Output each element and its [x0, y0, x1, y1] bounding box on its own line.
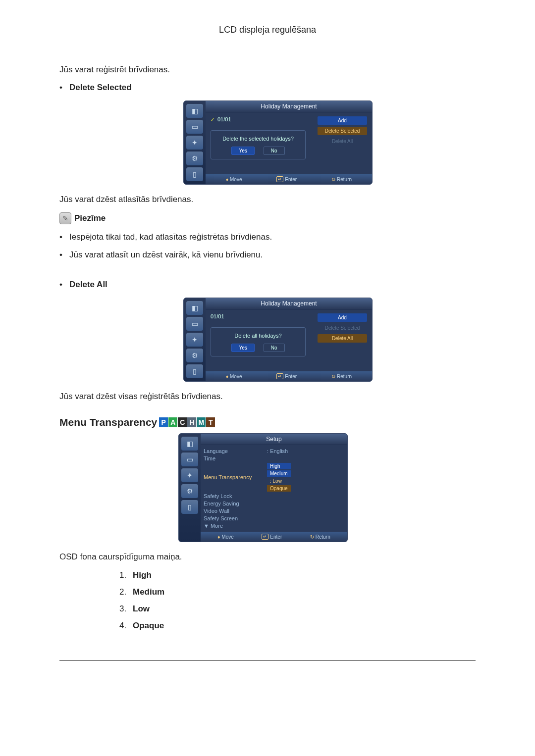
confirm-dialog: Delete the selected holidays? Yes No	[211, 130, 306, 159]
holiday-date-row: ✓ 01/01	[211, 116, 313, 122]
delete-selected-label: Delete Selected	[69, 83, 132, 93]
holiday-date-row: 01/01	[211, 313, 313, 319]
badge-c-icon: C	[178, 417, 187, 427]
dialog-yes-button[interactable]: Yes	[231, 344, 254, 352]
delete-selected-after-text: Jūs varat dzēst atlasītās brīvdienas.	[59, 195, 476, 204]
move-arrows-icon: ♦	[217, 534, 220, 540]
list-item-medium: Medium	[133, 587, 164, 597]
holiday-date: 01/01	[217, 116, 231, 122]
osd-icon-5: ▯	[186, 167, 203, 181]
bullet-dot-icon: •	[59, 232, 69, 242]
osd-icon-4: ⚙	[186, 151, 203, 165]
osd-icon-3: ✦	[186, 136, 203, 150]
osd-icon-4: ⚙	[181, 484, 198, 498]
delete-all-button[interactable]: Delete All	[318, 334, 367, 343]
osd-side-icons: ◧ ▭ ✦ ⚙ ▯	[184, 298, 206, 381]
menu-transparency-heading: Menu Transparency P A C H M T	[59, 416, 476, 428]
confirm-dialog: Delete all holidays? Yes No	[211, 327, 306, 356]
holiday-date: 01/01	[211, 313, 224, 319]
bullet-dot-icon: •	[59, 280, 69, 290]
osd-icon-1: ◧	[186, 104, 203, 118]
checkmark-icon: ✓	[211, 117, 214, 122]
list-item-high: High	[133, 570, 152, 580]
bullet-dot-icon: •	[59, 250, 69, 260]
osd-title: Holiday Management	[206, 101, 372, 112]
osd-footer: ♦Move ↵Enter ↻Return	[201, 532, 347, 542]
osd-side-icons: ◧ ▭ ✦ ⚙ ▯	[184, 101, 206, 184]
option-opaque[interactable]: Opaque	[267, 485, 291, 492]
badge-h-icon: H	[187, 417, 196, 427]
mode-badges: P A C H M T	[159, 417, 215, 427]
list-item-opaque: Opaque	[133, 621, 164, 630]
menu-transparency-after-text: OSD fona caurspīdīguma maiņa.	[59, 552, 476, 562]
return-icon: ↻	[331, 177, 335, 182]
osd-title: Holiday Management	[206, 298, 372, 309]
option-low[interactable]: : Low	[267, 478, 291, 484]
register-holidays-text: Jūs varat reģistrēt brīvdienas.	[59, 65, 476, 75]
enter-icon: ↵	[276, 176, 283, 182]
note-line: ✎ Piezīme	[59, 212, 476, 224]
osd-icon-3: ✦	[181, 468, 198, 482]
transparency-options-list: High Medium Low Opaque	[59, 570, 476, 631]
note-item-2: • Jūs varat atlasīt un dzēst vairāk, kā …	[59, 250, 476, 260]
osd-icon-1: ◧	[186, 301, 203, 315]
bullet-delete-selected: • Delete Selected	[59, 83, 476, 93]
add-button[interactable]: Add	[318, 116, 367, 125]
footer-rule	[59, 660, 476, 661]
badge-a-icon: A	[168, 417, 177, 427]
page-header: LCD displeja regulēšana	[59, 25, 476, 35]
osd-footer: ♦Move ↵Enter ↻Return	[206, 371, 372, 381]
enter-icon: ↵	[276, 373, 283, 379]
list-item-low: Low	[133, 604, 150, 613]
delete-all-after-text: Jūs varat dzēst visas reģistrētās brīvdi…	[59, 392, 476, 402]
option-medium[interactable]: Medium	[267, 470, 291, 477]
bullet-dot-icon: •	[59, 83, 69, 93]
osd-title: Setup	[201, 434, 347, 445]
osd-icon-5: ▯	[181, 500, 198, 514]
move-arrows-icon: ♦	[226, 177, 228, 182]
badge-p-icon: P	[159, 417, 168, 427]
note-label: Piezīme	[74, 213, 106, 223]
dialog-question: Delete the selected holidays?	[216, 136, 300, 142]
setup-menu-screenshot: ◧ ▭ ✦ ⚙ ▯ Setup Language: English Time M…	[178, 433, 348, 542]
delete-all-button[interactable]: Delete All	[318, 137, 367, 146]
dialog-question: Delete all holidays?	[216, 333, 300, 339]
return-icon: ↻	[310, 534, 314, 540]
add-button[interactable]: Add	[318, 313, 367, 322]
delete-selected-button[interactable]: Delete Selected	[318, 324, 367, 332]
dialog-no-button[interactable]: No	[264, 344, 285, 352]
osd-icon-4: ⚙	[186, 349, 203, 362]
move-arrows-icon: ♦	[226, 374, 228, 379]
setup-list: Language: English Time Menu Transparency…	[201, 445, 347, 532]
delete-all-label: Delete All	[69, 280, 107, 290]
osd-side-icons: ◧ ▭ ✦ ⚙ ▯	[179, 434, 201, 542]
note-item-1: • Iespējota tikai tad, kad atlasītas reģ…	[59, 232, 476, 242]
osd-icon-3: ✦	[186, 333, 203, 347]
osd-icon-2: ▭	[181, 453, 198, 466]
osd-icon-2: ▭	[186, 317, 203, 331]
dialog-no-button[interactable]: No	[264, 147, 285, 155]
osd-icon-1: ◧	[181, 437, 198, 451]
osd-footer: ♦Move ↵Enter ↻Return	[206, 174, 372, 184]
badge-m-icon: M	[197, 417, 206, 427]
menu-transparency-row[interactable]: Menu Transparency	[204, 474, 263, 480]
osd-icon-5: ▯	[186, 364, 203, 378]
option-high[interactable]: High	[267, 463, 291, 469]
osd-icon-2: ▭	[186, 120, 203, 134]
delete-selected-button[interactable]: Delete Selected	[318, 127, 367, 135]
note-icon: ✎	[59, 212, 71, 224]
bullet-delete-all: • Delete All	[59, 280, 476, 290]
holiday-management-screenshot-delete-selected: ◧ ▭ ✦ ⚙ ▯ Holiday Management ✓ 01/01 Del…	[183, 101, 373, 185]
return-icon: ↻	[331, 374, 335, 379]
holiday-management-screenshot-delete-all: ◧ ▭ ✦ ⚙ ▯ Holiday Management 01/01 Delet…	[183, 298, 373, 382]
enter-icon: ↵	[262, 534, 268, 540]
dialog-yes-button[interactable]: Yes	[231, 147, 254, 155]
badge-t-icon: T	[206, 417, 215, 427]
